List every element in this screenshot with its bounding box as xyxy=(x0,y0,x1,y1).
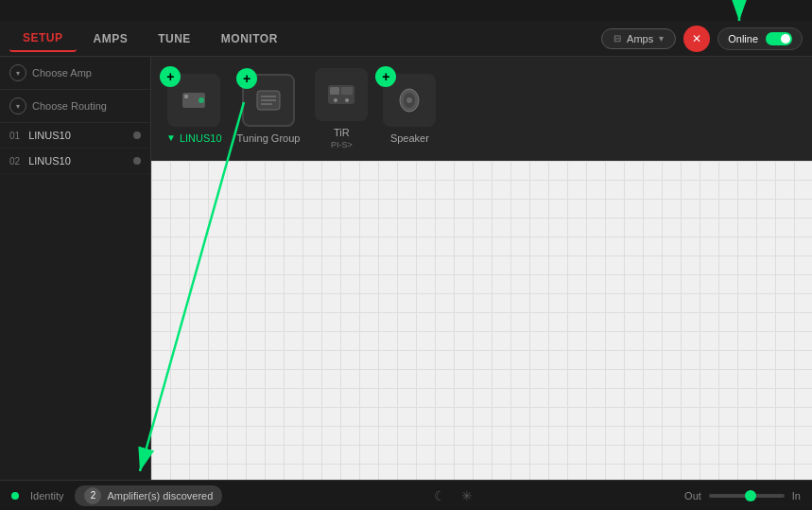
amps-label: Amps xyxy=(627,33,653,44)
amp-item-2[interactable]: 02 LINUS10 xyxy=(0,149,150,174)
amp-num-2: 02 xyxy=(9,156,20,167)
linus10-arrow-icon: ▼ xyxy=(166,132,176,143)
volume-knob xyxy=(745,490,756,501)
canvas-wrapper: + ▼ LINUS10 + xyxy=(151,57,812,480)
bottom-bar: Identity 2 Amplifier(s) discovered ☾ ✳ O… xyxy=(0,480,812,510)
grid-canvas[interactable] xyxy=(151,161,812,480)
tir-sublabel: PI-S> xyxy=(331,140,353,149)
amp-num-1: 01 xyxy=(9,131,20,141)
connect-button[interactable]: ✕ xyxy=(683,26,710,52)
in-label: In xyxy=(792,490,801,501)
linus10-device-icon xyxy=(179,85,209,115)
tool-tir[interactable]: TiR PI-S> xyxy=(315,68,368,149)
amp-list: 01 LINUS10 02 LINUS10 xyxy=(0,123,150,480)
tuning-group-label: Tuning Group xyxy=(237,132,301,144)
out-label: Out xyxy=(684,490,701,501)
amp-name-1: LINUS10 xyxy=(28,130,71,141)
tab-tune[interactable]: TUNE xyxy=(145,26,204,51)
tool-tir-icon-wrap xyxy=(315,68,368,121)
title-bar xyxy=(0,0,812,21)
online-label: Online xyxy=(728,33,758,44)
online-button[interactable]: Online xyxy=(717,27,803,50)
online-toggle[interactable] xyxy=(766,32,792,45)
add-badge-linus10: + xyxy=(160,66,181,87)
svg-rect-9 xyxy=(341,87,353,95)
tir-device-icon xyxy=(326,79,356,110)
discovered-badge[interactable]: 2 Amplifier(s) discovered xyxy=(75,485,222,506)
svg-rect-8 xyxy=(330,87,339,95)
tool-speaker-icon-wrap: + xyxy=(383,74,436,127)
discovered-label: Amplifier(s) discovered xyxy=(107,490,213,501)
bottom-center: ☾ ✳ xyxy=(233,488,673,503)
svg-rect-1 xyxy=(184,95,188,98)
sun-icon: ✳ xyxy=(461,488,473,503)
tool-tuning-group-icon-wrap: + xyxy=(242,74,295,127)
choose-amp-label: Choose Amp xyxy=(32,67,92,79)
volume-slider[interactable] xyxy=(709,494,785,498)
speaker-device-icon xyxy=(394,85,424,115)
tool-speaker[interactable]: + Speaker xyxy=(383,74,436,144)
choose-routing-dropdown[interactable]: ▾ Choose Routing xyxy=(0,90,150,123)
svg-point-2 xyxy=(199,97,204,103)
linus10-label: LINUS10 xyxy=(180,132,222,144)
connect-icon: ✕ xyxy=(692,32,701,45)
moon-icon: ☾ xyxy=(434,488,446,503)
add-badge-speaker: + xyxy=(375,66,396,87)
tab-amps[interactable]: AMPS xyxy=(80,26,142,51)
amps-dropdown[interactable]: ⊟ Amps ▾ xyxy=(601,28,676,49)
sidebar: ▾ Choose Amp ▾ Choose Routing 01 LINUS10… xyxy=(0,57,151,480)
amp-item-1[interactable]: 01 LINUS10 xyxy=(0,123,150,149)
svg-point-10 xyxy=(334,98,337,102)
nav-tabs: SETUP AMPS TUNE MONITOR xyxy=(9,26,601,52)
tuning-group-device-icon xyxy=(253,85,284,115)
chevron-circle-icon: ▾ xyxy=(9,64,26,81)
speaker-label: Speaker xyxy=(390,132,429,144)
chevron-down-icon: ▾ xyxy=(659,33,664,44)
amp-status-dot-2 xyxy=(133,157,141,165)
main-content: ▾ Choose Amp ▾ Choose Routing 01 LINUS10… xyxy=(0,57,812,480)
link-icon: ⊟ xyxy=(613,33,621,44)
tool-linus10[interactable]: + ▼ LINUS10 xyxy=(166,74,222,144)
bottom-right: Out In xyxy=(684,490,801,501)
choose-amp-dropdown[interactable]: ▾ Choose Amp xyxy=(0,57,150,90)
svg-point-14 xyxy=(406,97,412,103)
identity-dot xyxy=(11,492,19,500)
tab-setup[interactable]: SETUP xyxy=(9,26,77,52)
nav-right: ⊟ Amps ▾ ✕ Online xyxy=(601,26,803,52)
identity-label: Identity xyxy=(30,490,63,501)
tab-monitor[interactable]: MONITOR xyxy=(208,26,291,51)
tir-label: TiR xyxy=(334,127,350,138)
amp-name-2: LINUS10 xyxy=(28,155,71,167)
toolbox: + ▼ LINUS10 + xyxy=(151,57,812,161)
nav-bar: SETUP AMPS TUNE MONITOR ⊟ Amps ▾ ✕ Onlin… xyxy=(0,21,812,57)
discovered-count: 2 xyxy=(84,487,101,504)
linus10-label-wrap: ▼ LINUS10 xyxy=(166,132,222,144)
amp-status-dot-1 xyxy=(133,132,141,139)
choose-routing-label: Choose Routing xyxy=(32,100,107,112)
chevron-circle-routing-icon: ▾ xyxy=(9,97,26,114)
tool-tuning-group[interactable]: + Tuning Group xyxy=(237,74,301,144)
tir-svg-icon xyxy=(326,79,356,110)
add-badge-tuning: + xyxy=(236,68,257,89)
tool-linus10-icon-wrap: + xyxy=(167,74,220,127)
svg-point-11 xyxy=(345,98,349,102)
